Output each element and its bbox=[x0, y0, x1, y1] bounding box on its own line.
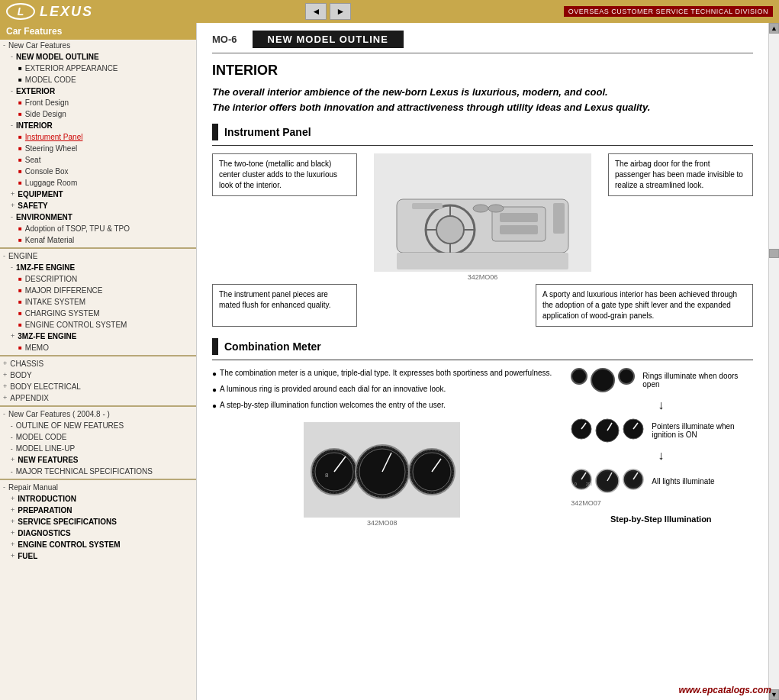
sidebar-item-service-specs[interactable]: + SERVICE SPECIFICATIONS bbox=[0, 516, 196, 527]
arrow-down-1: ↓ bbox=[571, 398, 751, 412]
sidebar-label: DIAGNOSTICS bbox=[16, 528, 72, 538]
sidebar-item-description[interactable]: ■ DESCRIPTION bbox=[0, 273, 196, 285]
expand-icon: + bbox=[11, 529, 14, 537]
nav-forward-button[interactable]: ► bbox=[330, 3, 351, 20]
gauge-ring-1 bbox=[571, 368, 587, 385]
sidebar-label: SAFETY bbox=[16, 201, 49, 211]
sidebar-label: CHARGING SYSTEM bbox=[24, 308, 101, 318]
svg-rect-8 bbox=[492, 207, 546, 241]
bullet-icon: ■ bbox=[18, 99, 22, 106]
sidebar-item-engine[interactable]: - ENGINE bbox=[0, 250, 196, 262]
gauge-ring-3 bbox=[618, 368, 635, 385]
sidebar-label: 1MZ-FE ENGINE bbox=[14, 263, 76, 273]
sidebar-item-exterior-appearance[interactable]: ■ EXTERIOR APPEARANCE bbox=[0, 63, 196, 74]
sidebar-item-model-code2[interactable]: - MODEL CODE bbox=[0, 431, 196, 443]
sidebar-label: APPENDIX bbox=[8, 393, 50, 403]
scroll-up-button[interactable]: ▲ bbox=[769, 23, 779, 34]
sidebar-label: BODY ELECTRICAL bbox=[8, 382, 82, 392]
sidebar-item-instrument-panel[interactable]: ■ Instrument Panel bbox=[0, 131, 196, 143]
sidebar-item-new-car-features[interactable]: - New Car Features bbox=[0, 40, 196, 51]
lexus-logo: L LEXUS bbox=[6, 3, 93, 20]
expand-icon: - bbox=[3, 483, 5, 491]
sidebar-item-chassis[interactable]: + CHASSIS bbox=[0, 358, 196, 369]
sidebar-label: INTAKE SYSTEM bbox=[24, 297, 87, 307]
sidebar-item-new-features[interactable]: + NEW FEATURES bbox=[0, 454, 196, 466]
scrollbar[interactable]: ▲ ▼ bbox=[768, 23, 779, 700]
sidebar-item-memo[interactable]: ■ MEMO bbox=[0, 342, 196, 353]
expand-icon: + bbox=[11, 202, 14, 209]
sidebar-item-outline-new-features[interactable]: - OUTLINE OF NEW FEATURES bbox=[0, 420, 196, 431]
sidebar-item-interior[interactable]: - INTERIOR bbox=[0, 120, 196, 131]
division-label: OVERSEAS CUSTOMER SERVICE TECHNICAL DIVI… bbox=[564, 6, 773, 17]
sidebar-label: MODEL LINE-UP bbox=[14, 444, 76, 453]
sidebar-item-new-model-outline[interactable]: - NEW MODEL OUTLINE bbox=[0, 51, 196, 63]
svg-rect-10 bbox=[500, 225, 538, 234]
sidebar-item-repair-manual[interactable]: - Repair Manual bbox=[0, 482, 196, 493]
interior-diagram bbox=[374, 153, 591, 272]
sidebar-item-model-lineup[interactable]: - MODEL LINE-UP bbox=[0, 443, 196, 454]
sidebar-item-kenaf[interactable]: ■ Kenaf Material bbox=[0, 234, 196, 246]
bullet-icon: ■ bbox=[18, 225, 22, 232]
expand-icon: + bbox=[11, 495, 14, 502]
sidebar-item-console-box[interactable]: ■ Console Box bbox=[0, 166, 196, 177]
sidebar-item-tsop[interactable]: ■ Adoption of TSOP, TPU & TPO bbox=[0, 223, 196, 234]
page-header: MO-6 NEW MODEL OUTLINE bbox=[212, 31, 753, 53]
sidebar-item-seat[interactable]: ■ Seat bbox=[0, 154, 196, 166]
sidebar-item-exterior[interactable]: - EXTERIOR bbox=[0, 85, 196, 97]
cluster-svg: 8 bbox=[304, 422, 460, 518]
sidebar-item-preparation[interactable]: + PREPARATION bbox=[0, 505, 196, 516]
sidebar-item-major-tech-specs[interactable]: - MAJOR TECHNICAL SPECIFICATIONS bbox=[0, 466, 196, 477]
bottom-callouts: The instrument panel pieces are mated fl… bbox=[212, 284, 753, 327]
sidebar-item-equipment[interactable]: + EQUIPMENT bbox=[0, 189, 196, 200]
sidebar-item-safety[interactable]: + SAFETY bbox=[0, 200, 196, 211]
sidebar-item-environment[interactable]: - ENVIRONMENT bbox=[0, 211, 196, 223]
sidebar-item-appendix[interactable]: + APPENDIX bbox=[0, 392, 196, 404]
illum-label-3: All lights illuminate bbox=[652, 477, 751, 485]
sidebar-label: MODEL CODE bbox=[14, 432, 69, 442]
intro-text: The overall interior ambience of the new… bbox=[212, 85, 753, 115]
sidebar-label: Side Design bbox=[24, 109, 68, 119]
sidebar-item-intake-system[interactable]: ■ INTAKE SYSTEM bbox=[0, 296, 196, 308]
sidebar-item-3mzfe[interactable]: + 3MZ-FE ENGINE bbox=[0, 331, 196, 342]
sidebar-item-engine-control[interactable]: ■ ENGINE CONTROL SYSTEM bbox=[0, 319, 196, 331]
sidebar-label: INTERIOR bbox=[14, 121, 54, 131]
sidebar-item-diagnostics[interactable]: + DIAGNOSTICS bbox=[0, 527, 196, 539]
sidebar-label: ENGINE CONTROL SYSTEM bbox=[24, 320, 129, 330]
illum-caption: 342MO07 bbox=[571, 499, 751, 507]
sidebar-item-fuel[interactable]: + FUEL bbox=[0, 550, 196, 562]
meter-divider bbox=[212, 360, 753, 360]
sidebar-label: FUEL bbox=[16, 551, 39, 561]
sidebar-label: Seat bbox=[24, 155, 43, 165]
navigation-arrows: ◄ ► bbox=[305, 3, 351, 20]
tree-divider bbox=[0, 405, 196, 407]
expand-icon: + bbox=[3, 394, 7, 402]
bullet-icon: - bbox=[11, 445, 13, 452]
sidebar-item-body[interactable]: + BODY bbox=[0, 369, 196, 381]
sidebar-item-side-design[interactable]: ■ Side Design bbox=[0, 108, 196, 120]
bullet-icon: - bbox=[11, 468, 13, 475]
gauge-pointer-3 bbox=[623, 418, 644, 440]
sidebar-item-new-car-features-2004[interactable]: - New Car Features ( 2004.8 - ) bbox=[0, 408, 196, 420]
sidebar-item-steering-wheel[interactable]: ■ Steering Wheel bbox=[0, 143, 196, 154]
sidebar-item-model-code[interactable]: ■ MODEL CODE bbox=[0, 74, 196, 85]
sidebar-item-front-design[interactable]: ■ Front Design bbox=[0, 97, 196, 108]
sidebar-item-charging-system[interactable]: ■ CHARGING SYSTEM bbox=[0, 308, 196, 319]
sidebar-item-body-electrical[interactable]: + BODY ELECTRICAL bbox=[0, 381, 196, 392]
sidebar-item-introduction[interactable]: + INTRODUCTION bbox=[0, 493, 196, 505]
sidebar-label: MODEL CODE bbox=[24, 75, 78, 85]
expand-icon: + bbox=[3, 382, 7, 390]
expand-icon: + bbox=[3, 371, 7, 379]
sidebar-item-engine-control2[interactable]: + ENGINE CONTROL SYSTEM bbox=[0, 539, 196, 550]
svg-point-14 bbox=[488, 205, 504, 212]
expand-icon: - bbox=[3, 252, 5, 260]
sidebar-label: ENGINE CONTROL SYSTEM bbox=[16, 540, 121, 550]
sidebar-item-luggage-room[interactable]: ■ Luggage Room bbox=[0, 177, 196, 189]
sidebar-label: EXTERIOR bbox=[14, 86, 56, 96]
illum-label-1: Rings illuminate when doors open bbox=[642, 372, 742, 389]
sidebar-item-1mzfe[interactable]: - 1MZ-FE ENGINE bbox=[0, 262, 196, 273]
bullet-icon: ■ bbox=[18, 310, 22, 317]
nav-back-button[interactable]: ◄ bbox=[305, 3, 327, 20]
tree-divider bbox=[0, 479, 196, 480]
sidebar-item-major-difference[interactable]: ■ MAJOR DIFFERENCE bbox=[0, 285, 196, 296]
illum-label-2: Pointers illuminate when ignition is ON bbox=[652, 422, 751, 439]
